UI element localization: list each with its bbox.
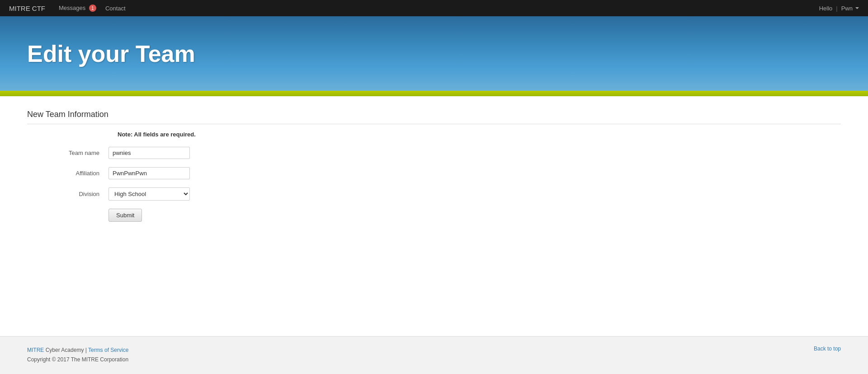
dropdown-caret-icon xyxy=(855,7,859,9)
tos-link[interactable]: Terms of Service xyxy=(88,347,128,353)
team-name-input[interactable] xyxy=(108,147,190,159)
team-name-group: Team name xyxy=(27,147,841,159)
affiliation-group: Affiliation xyxy=(27,167,841,179)
submit-group: Submit xyxy=(27,209,841,222)
division-group: Division High School College Professiona… xyxy=(27,187,841,201)
submit-button[interactable]: Submit xyxy=(108,209,142,222)
username: Pwn xyxy=(841,5,853,12)
footer-copyright: Copyright © 2017 The MITRE Corporation xyxy=(27,355,128,365)
footer-text: Cyber Academy | xyxy=(44,347,88,353)
edit-team-form: Team name Affiliation Division High Scho… xyxy=(27,147,841,222)
navbar: MITRE CTF Messages 1 Contact Hello | Pwn xyxy=(0,0,868,16)
messages-label: Messages xyxy=(59,5,85,11)
navbar-brand[interactable]: MITRE CTF xyxy=(9,5,45,12)
navbar-right: Hello | Pwn xyxy=(819,5,859,12)
separator: | xyxy=(836,5,837,12)
division-select[interactable]: High School College Professional Other xyxy=(108,187,190,201)
accent-bar xyxy=(0,91,868,96)
navbar-messages-link[interactable]: Messages 1 xyxy=(59,5,96,12)
team-name-label: Team name xyxy=(27,150,108,156)
affiliation-label: Affiliation xyxy=(27,170,108,177)
mitre-link[interactable]: MITRE xyxy=(27,347,44,353)
footer: MITRE Cyber Academy | Terms of Service C… xyxy=(0,336,868,374)
affiliation-input[interactable] xyxy=(108,167,190,179)
footer-left: MITRE Cyber Academy | Terms of Service C… xyxy=(27,346,128,365)
back-to-top-link[interactable]: Back to top xyxy=(814,346,841,352)
section-title: New Team Information xyxy=(27,110,841,124)
footer-right: Back to top xyxy=(814,346,841,352)
footer-line-1: MITRE Cyber Academy | Terms of Service xyxy=(27,346,128,355)
form-note: Note: All fields are required. xyxy=(118,131,841,138)
navbar-links: Messages 1 Contact xyxy=(59,5,819,12)
navbar-contact-link[interactable]: Contact xyxy=(105,5,126,12)
messages-badge: 1 xyxy=(89,5,96,12)
main-content: New Team Information Note: All fields ar… xyxy=(0,96,868,336)
division-label: Division xyxy=(27,191,108,197)
page-title: Edit your Team xyxy=(27,40,195,67)
greeting-text: Hello xyxy=(819,5,833,12)
user-dropdown[interactable]: Pwn xyxy=(841,5,859,12)
hero-banner: Edit your Team xyxy=(0,16,868,91)
